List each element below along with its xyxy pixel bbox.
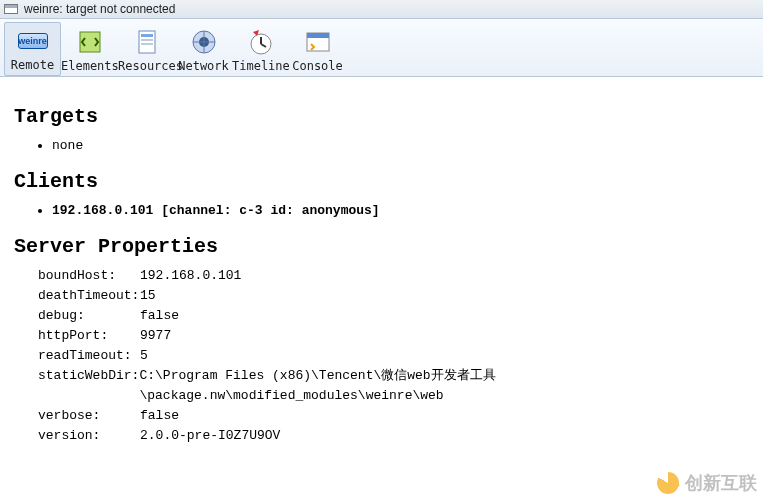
prop-row: httpPort:9977 bbox=[38, 326, 749, 346]
svg-rect-2 bbox=[141, 34, 153, 37]
tab-resources[interactable]: Resources bbox=[118, 24, 175, 76]
prop-val: false bbox=[140, 406, 179, 426]
tab-label: Console bbox=[289, 59, 346, 73]
tab-label: Timeline bbox=[232, 59, 289, 73]
prop-val: C:\Program Files (x86)\Tencent\微信web开发者工… bbox=[139, 366, 749, 406]
clients-list: 192.168.0.101 [channel: c-3 id: anonymou… bbox=[14, 201, 749, 221]
console-icon bbox=[302, 26, 334, 58]
tab-label: Remote bbox=[5, 58, 60, 72]
targets-list: none bbox=[14, 136, 749, 156]
tab-console[interactable]: Console bbox=[289, 24, 346, 76]
prop-val: 2.0.0-pre-I0Z7U9OV bbox=[140, 426, 280, 446]
window-icon bbox=[4, 4, 18, 14]
prop-key: boundHost: bbox=[38, 266, 140, 286]
prop-row: deathTimeout:15 bbox=[38, 286, 749, 306]
heading-clients: Clients bbox=[14, 170, 749, 193]
resources-icon bbox=[131, 26, 163, 58]
prop-key: version: bbox=[38, 426, 140, 446]
tab-label: Elements bbox=[61, 59, 118, 73]
heading-targets: Targets bbox=[14, 105, 749, 128]
weinre-icon: weinre bbox=[18, 33, 48, 49]
tab-label: Network bbox=[175, 59, 232, 73]
prop-key: readTimeout: bbox=[38, 346, 140, 366]
prop-key: deathTimeout: bbox=[38, 286, 140, 306]
prop-key: httpPort: bbox=[38, 326, 140, 346]
content-pane: Targets none Clients 192.168.0.101 [chan… bbox=[0, 77, 763, 464]
prop-row: boundHost:192.168.0.101 bbox=[38, 266, 749, 286]
prop-val: 15 bbox=[140, 286, 156, 306]
server-properties: boundHost:192.168.0.101 deathTimeout:15 … bbox=[38, 266, 749, 446]
prop-val: 192.168.0.101 bbox=[140, 266, 241, 286]
prop-val: false bbox=[140, 306, 179, 326]
svg-rect-3 bbox=[141, 39, 153, 41]
prop-key: verbose: bbox=[38, 406, 140, 426]
tab-remote[interactable]: weinre Remote bbox=[4, 22, 61, 76]
timeline-icon bbox=[245, 26, 277, 58]
list-item[interactable]: 192.168.0.101 [channel: c-3 id: anonymou… bbox=[52, 201, 749, 221]
prop-val: 9977 bbox=[140, 326, 171, 346]
prop-row: debug:false bbox=[38, 306, 749, 326]
svg-rect-9 bbox=[307, 33, 329, 38]
prop-key: debug: bbox=[38, 306, 140, 326]
network-icon bbox=[188, 26, 220, 58]
titlebar: weinre: target not connected bbox=[0, 0, 763, 19]
svg-rect-4 bbox=[141, 43, 153, 45]
prop-val: 5 bbox=[140, 346, 148, 366]
prop-row: verbose:false bbox=[38, 406, 749, 426]
tab-elements[interactable]: Elements bbox=[61, 24, 118, 76]
watermark-icon bbox=[657, 472, 679, 494]
window-title: weinre: target not connected bbox=[24, 2, 175, 16]
tab-label: Resources bbox=[118, 59, 175, 73]
prop-row: readTimeout:5 bbox=[38, 346, 749, 366]
watermark: 创新互联 bbox=[657, 471, 757, 495]
prop-row: staticWebDir:C:\Program Files (x86)\Tenc… bbox=[38, 366, 749, 406]
watermark-text: 创新互联 bbox=[685, 471, 757, 495]
prop-row: version:2.0.0-pre-I0Z7U9OV bbox=[38, 426, 749, 446]
heading-server-properties: Server Properties bbox=[14, 235, 749, 258]
elements-icon bbox=[74, 26, 106, 58]
prop-key: staticWebDir: bbox=[38, 366, 139, 406]
toolbar: weinre Remote Elements Resources Network… bbox=[0, 19, 763, 77]
list-item: none bbox=[52, 136, 749, 156]
tab-timeline[interactable]: Timeline bbox=[232, 24, 289, 76]
tab-network[interactable]: Network bbox=[175, 24, 232, 76]
